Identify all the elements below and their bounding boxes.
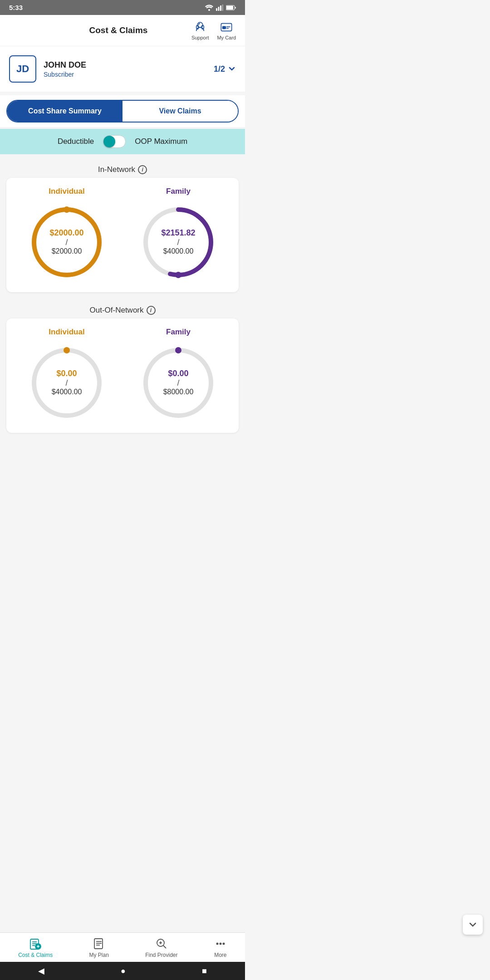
tab-cost-share[interactable]: Cost Share Summary	[7, 101, 122, 122]
svg-point-22	[64, 347, 70, 353]
out-of-network-info-icon[interactable]: i	[147, 306, 156, 315]
svg-point-16	[64, 206, 70, 213]
header-title: Cost & Claims	[89, 25, 148, 35]
status-icons	[205, 5, 236, 11]
in-network-family-donut: $2151.82 / $4000.00	[137, 201, 219, 283]
svg-point-0	[208, 9, 210, 11]
wifi-icon	[205, 5, 213, 11]
oon-individual-values: $0.00 / $4000.00	[52, 368, 82, 397]
toggle-bar: Deductible OOP Maximum	[0, 129, 245, 154]
svg-rect-6	[226, 6, 233, 10]
oon-family-title: Family	[166, 328, 191, 337]
chevron-down-icon	[228, 65, 236, 73]
oon-family-values: $0.00 / $8000.00	[163, 368, 194, 397]
scroll-area: Cost Share Summary View Claims Deductibl…	[0, 95, 245, 504]
in-network-family: Family $2151.82 / $4000.00	[125, 187, 232, 283]
in-network-individual-title: Individual	[49, 187, 84, 196]
svg-point-19	[175, 272, 181, 278]
status-bar: 5:33	[0, 0, 245, 15]
in-network-family-values: $2151.82 / $4000.00	[161, 228, 195, 257]
support-label: Support	[191, 35, 209, 40]
svg-rect-2	[218, 7, 220, 11]
oon-family-donut: $0.00 / $8000.00	[137, 342, 219, 424]
svg-rect-3	[220, 5, 221, 11]
status-time: 5:33	[9, 4, 23, 11]
profile-role: Subscriber	[44, 71, 86, 78]
tabs: Cost Share Summary View Claims	[6, 100, 239, 122]
my-card-button[interactable]: My Card	[217, 20, 236, 40]
my-card-label: My Card	[217, 35, 236, 40]
profile-left: JD JOHN DOE Subscriber	[9, 55, 86, 83]
profile-name: JOHN DOE	[44, 60, 86, 70]
oon-individual-donut: $0.00 / $4000.00	[26, 342, 108, 424]
profile-info: JOHN DOE Subscriber	[44, 60, 86, 78]
svg-rect-1	[216, 8, 217, 11]
oon-individual-title: Individual	[49, 328, 84, 337]
profile-count[interactable]: 1/2	[214, 64, 236, 74]
in-network-card: Individual $2000.00 / $2000.00 Fa	[6, 178, 239, 292]
oon-family: Family $0.00 / $8000.00	[125, 328, 232, 424]
avatar: JD	[9, 55, 36, 83]
header-actions: Support My Card	[191, 20, 236, 40]
svg-rect-4	[222, 5, 224, 11]
svg-point-25	[175, 347, 181, 353]
tabs-container: Cost Share Summary View Claims	[0, 95, 245, 127]
oop-label: OOP Maximum	[135, 137, 187, 146]
in-network-individual-values: $2000.00 / $2000.00	[49, 228, 83, 257]
oon-individual: Individual $0.00 / $4000.00	[13, 328, 120, 424]
out-of-network-row: Individual $0.00 / $4000.00	[11, 328, 234, 424]
deductible-label: Deductible	[58, 137, 94, 146]
profile-section: JD JOHN DOE Subscriber 1/2	[0, 46, 245, 92]
svg-rect-11	[223, 26, 226, 29]
in-network-individual-donut: $2000.00 / $2000.00	[26, 201, 108, 283]
toggle-switch[interactable]	[103, 135, 126, 148]
in-network-info-icon[interactable]: i	[138, 165, 147, 174]
in-network-individual: Individual $2000.00 / $2000.00	[13, 187, 120, 283]
out-of-network-title: Out-Of-Network i	[0, 299, 245, 318]
in-network-family-title: Family	[166, 187, 191, 196]
out-of-network-card: Individual $0.00 / $4000.00	[6, 318, 239, 433]
support-icon	[193, 20, 207, 34]
support-button[interactable]: Support	[191, 20, 209, 40]
app-header: Cost & Claims Support My Card	[0, 15, 245, 46]
my-card-icon	[220, 20, 233, 34]
in-network-title: In-Network i	[0, 159, 245, 178]
battery-icon	[226, 5, 236, 10]
in-network-row: Individual $2000.00 / $2000.00 Fa	[11, 187, 234, 283]
tab-view-claims[interactable]: View Claims	[122, 101, 238, 122]
toggle-knob	[103, 136, 115, 147]
signal-icon	[216, 5, 223, 11]
